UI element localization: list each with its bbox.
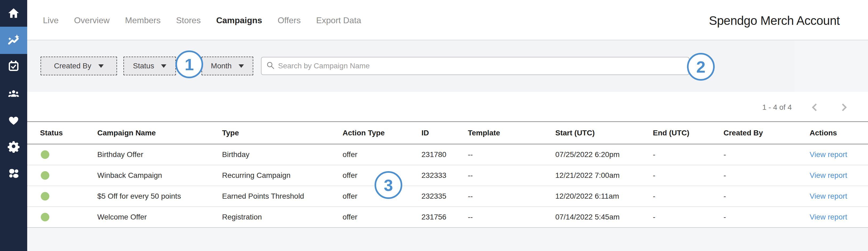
start-utc-cell: 07/14/2022 5:45am bbox=[555, 213, 653, 221]
annotation-marker-3: 3 bbox=[375, 171, 402, 199]
template-cell: -- bbox=[468, 213, 555, 221]
sidebar-item-settings[interactable] bbox=[0, 134, 27, 159]
month-dropdown-label: Month bbox=[211, 62, 232, 70]
type-cell: Earned Points Threshold bbox=[222, 192, 343, 200]
template-cell: -- bbox=[468, 150, 555, 159]
column-header-start-utc: Start (UTC) bbox=[555, 129, 653, 137]
status-dot-active bbox=[41, 150, 49, 159]
template-cell: -- bbox=[468, 192, 555, 200]
campaign-name-cell: $5 Off for every 50 points bbox=[97, 192, 222, 200]
end-utc-cell: - bbox=[653, 171, 723, 180]
pagination: 1 - 4 of 4 bbox=[762, 102, 850, 113]
created-by-cell: - bbox=[723, 150, 810, 159]
account-title: Spendgo Merch Account bbox=[709, 13, 840, 28]
sidebar bbox=[0, 0, 27, 251]
created-by-dropdown-label: Created By bbox=[54, 62, 91, 70]
nav-item-offers[interactable]: Offers bbox=[278, 16, 301, 25]
table-row: $5 Off for every 50 points Earned Points… bbox=[27, 186, 868, 207]
column-header-end-utc: End (UTC) bbox=[653, 129, 723, 137]
id-cell: 231756 bbox=[422, 213, 468, 221]
campaign-name-cell: Winback Campaign bbox=[97, 171, 222, 180]
previous-page-button[interactable] bbox=[808, 102, 821, 113]
sidebar-item-categories[interactable] bbox=[0, 161, 27, 186]
calendar-check-icon bbox=[7, 60, 20, 72]
status-cell bbox=[27, 213, 97, 221]
end-utc-cell: - bbox=[653, 150, 723, 159]
table-row: Winback Campaign Recurring Campaign offe… bbox=[27, 165, 868, 186]
filter-toolbar: Created By Status Month 1 2 bbox=[27, 40, 868, 92]
page-range-label: 1 - 4 of 4 bbox=[762, 103, 792, 112]
nav-item-overview[interactable]: Overview bbox=[74, 16, 110, 25]
status-dropdown-label: Status bbox=[133, 62, 154, 70]
status-dot-active bbox=[41, 192, 49, 200]
search-input[interactable] bbox=[278, 61, 684, 71]
created-by-cell: - bbox=[723, 192, 810, 200]
caret-down-icon bbox=[161, 64, 166, 68]
status-dot-active bbox=[41, 171, 49, 180]
id-cell: 231780 bbox=[422, 150, 468, 159]
chevron-right-icon bbox=[839, 104, 847, 111]
sidebar-item-members[interactable] bbox=[0, 81, 27, 107]
chevron-left-icon bbox=[812, 104, 819, 111]
campaigns-table: Status Campaign Name Type Action Type ID… bbox=[27, 121, 868, 228]
end-utc-cell: - bbox=[653, 213, 723, 221]
sidebar-item-calendar[interactable] bbox=[0, 53, 27, 79]
campaigns-page: Live Overview Members Stores Campaigns O… bbox=[0, 0, 868, 251]
footer-strip bbox=[27, 228, 868, 251]
top-nav: Live Overview Members Stores Campaigns O… bbox=[43, 0, 361, 40]
annotation-marker-2: 2 bbox=[687, 53, 715, 81]
type-cell: Birthday bbox=[222, 150, 343, 159]
month-dropdown[interactable]: Month bbox=[202, 57, 253, 75]
type-cell: Registration bbox=[222, 213, 343, 221]
sidebar-item-favorites[interactable] bbox=[0, 107, 27, 133]
column-header-actions: Actions bbox=[810, 129, 868, 137]
column-header-created-by: Created By bbox=[723, 129, 810, 137]
column-header-id: ID bbox=[422, 129, 468, 137]
next-page-button[interactable] bbox=[838, 102, 850, 113]
status-dropdown[interactable]: Status bbox=[123, 57, 176, 75]
campaign-search bbox=[261, 57, 689, 75]
view-report-link[interactable]: View report bbox=[810, 192, 847, 200]
status-cell bbox=[27, 150, 97, 159]
members-icon bbox=[7, 88, 20, 101]
table-row: Welcome Offer Registration offer 231756 … bbox=[27, 207, 868, 228]
sidebar-item-insights[interactable] bbox=[0, 27, 27, 54]
created-by-cell: - bbox=[723, 213, 810, 221]
table-header-row: Status Campaign Name Type Action Type ID… bbox=[27, 121, 868, 144]
view-report-link[interactable]: View report bbox=[810, 171, 847, 179]
nav-item-live[interactable]: Live bbox=[43, 16, 59, 25]
view-report-link[interactable]: View report bbox=[810, 213, 847, 221]
id-cell: 232333 bbox=[422, 171, 468, 180]
caret-down-icon bbox=[239, 64, 244, 68]
column-header-type: Type bbox=[222, 129, 343, 137]
column-header-status: Status bbox=[27, 129, 97, 137]
nav-item-members[interactable]: Members bbox=[125, 16, 160, 25]
column-header-campaign-name: Campaign Name bbox=[97, 129, 222, 137]
created-by-cell: - bbox=[723, 171, 810, 180]
table-row: Birthday Offer Birthday offer 231780 -- … bbox=[27, 144, 868, 165]
settings-gear-icon bbox=[7, 140, 20, 153]
annotation-marker-1: 1 bbox=[176, 51, 203, 78]
campaign-name-cell: Birthday Offer bbox=[97, 150, 222, 159]
start-utc-cell: 12/20/2022 6:11am bbox=[555, 192, 653, 200]
categories-icon bbox=[7, 167, 20, 180]
view-report-link[interactable]: View report bbox=[810, 150, 847, 159]
type-cell: Recurring Campaign bbox=[222, 171, 343, 180]
nav-item-stores[interactable]: Stores bbox=[176, 16, 200, 25]
status-dot-active bbox=[41, 213, 49, 221]
search-icon bbox=[266, 61, 275, 71]
sidebar-item-home[interactable] bbox=[0, 0, 27, 26]
nav-item-export-data[interactable]: Export Data bbox=[316, 16, 361, 25]
home-icon bbox=[7, 7, 20, 20]
created-by-dropdown[interactable]: Created By bbox=[40, 57, 117, 75]
template-cell: -- bbox=[468, 171, 555, 180]
start-utc-cell: 12/21/2022 7:00am bbox=[555, 171, 653, 180]
status-cell bbox=[27, 171, 97, 180]
column-header-template: Template bbox=[468, 129, 555, 137]
heart-icon bbox=[7, 114, 20, 127]
nav-item-campaigns[interactable]: Campaigns bbox=[216, 16, 262, 25]
end-utc-cell: - bbox=[653, 192, 723, 200]
insights-icon bbox=[7, 34, 20, 47]
id-cell: 232335 bbox=[422, 192, 468, 200]
caret-down-icon bbox=[98, 64, 104, 68]
